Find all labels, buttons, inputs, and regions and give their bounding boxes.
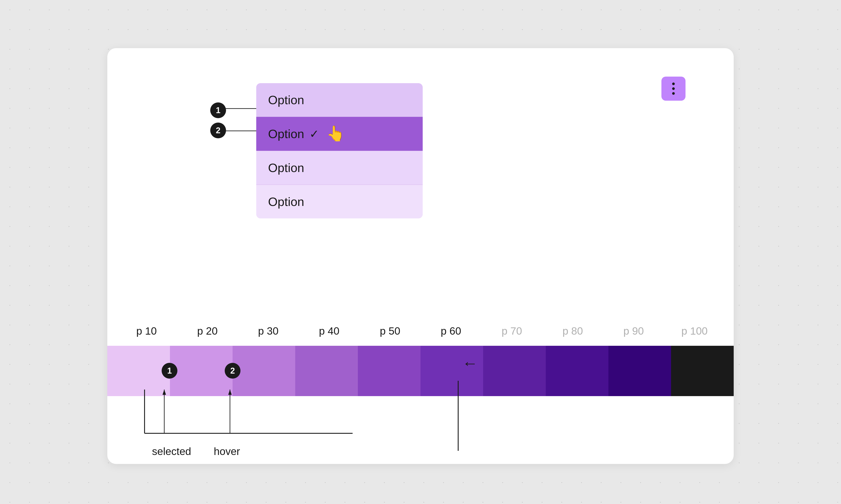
badge-1-bar: 1 bbox=[162, 363, 177, 379]
scale-label-p20: p 20 bbox=[177, 325, 238, 337]
scale-labels-row: p 10 p 20 p 30 p 40 p 50 p 60 p 70 p 80 … bbox=[116, 325, 725, 337]
swatch-50 bbox=[358, 346, 421, 396]
scale-label-p80: p 80 bbox=[542, 325, 603, 337]
dot-1 bbox=[672, 83, 675, 85]
dropdown-item-3[interactable]: Option bbox=[256, 151, 423, 185]
badge-2-bar-label: 2 bbox=[230, 366, 235, 376]
right-bracket-svg bbox=[458, 381, 459, 451]
scale-label-p10: p 10 bbox=[116, 325, 177, 337]
badge-2-label: 2 bbox=[216, 126, 220, 135]
arrow-2 bbox=[226, 130, 261, 131]
left-bracket-svg bbox=[144, 390, 353, 451]
swatch-20 bbox=[170, 346, 232, 396]
main-card: Option Option ✓ Option Option 1 bbox=[107, 48, 734, 464]
swatch-30 bbox=[232, 346, 295, 396]
dropdown-item-4[interactable]: Option bbox=[256, 185, 423, 218]
option-2-label: Option bbox=[268, 127, 304, 141]
scale-label-p90: p 90 bbox=[603, 325, 664, 337]
dropdown-item-2[interactable]: Option ✓ bbox=[256, 117, 423, 151]
selected-label: selected bbox=[152, 445, 191, 457]
option-1-label: Option bbox=[268, 93, 304, 107]
badge-1-label: 1 bbox=[216, 106, 220, 115]
swatch-10 bbox=[107, 346, 170, 396]
swatch-70 bbox=[483, 346, 546, 396]
dot-3 bbox=[672, 92, 675, 95]
svg-marker-7 bbox=[228, 390, 232, 395]
arrow-1 bbox=[226, 108, 261, 109]
scale-label-p70: p 70 bbox=[481, 325, 542, 337]
badge-1-bar-label: 1 bbox=[167, 366, 172, 376]
svg-marker-5 bbox=[162, 390, 166, 395]
color-bar bbox=[107, 346, 734, 396]
three-dots-button[interactable] bbox=[661, 77, 685, 101]
scale-label-p100: p 100 bbox=[664, 325, 725, 337]
badge-2-top: 2 bbox=[210, 123, 226, 138]
swatch-40 bbox=[295, 346, 358, 396]
swatch-90 bbox=[609, 346, 671, 396]
badge-1-top: 1 bbox=[210, 103, 226, 118]
swatch-80 bbox=[546, 346, 609, 396]
hover-label: hover bbox=[214, 445, 240, 457]
option-3-label: Option bbox=[268, 161, 304, 175]
scale-label-p40: p 40 bbox=[299, 325, 360, 337]
dot-2 bbox=[672, 87, 675, 90]
left-arrow-indicator: ← bbox=[462, 354, 478, 372]
scale-label-p50: p 50 bbox=[360, 325, 421, 337]
swatch-100 bbox=[671, 346, 734, 396]
dropdown-item-1[interactable]: Option bbox=[256, 83, 423, 117]
scale-label-p60: p 60 bbox=[421, 325, 481, 337]
scale-label-p30: p 30 bbox=[238, 325, 299, 337]
dropdown-menu: Option Option ✓ Option Option bbox=[256, 83, 423, 218]
checkmark-icon: ✓ bbox=[310, 127, 319, 141]
option-4-label: Option bbox=[268, 195, 304, 209]
badge-2-bar: 2 bbox=[225, 363, 241, 379]
